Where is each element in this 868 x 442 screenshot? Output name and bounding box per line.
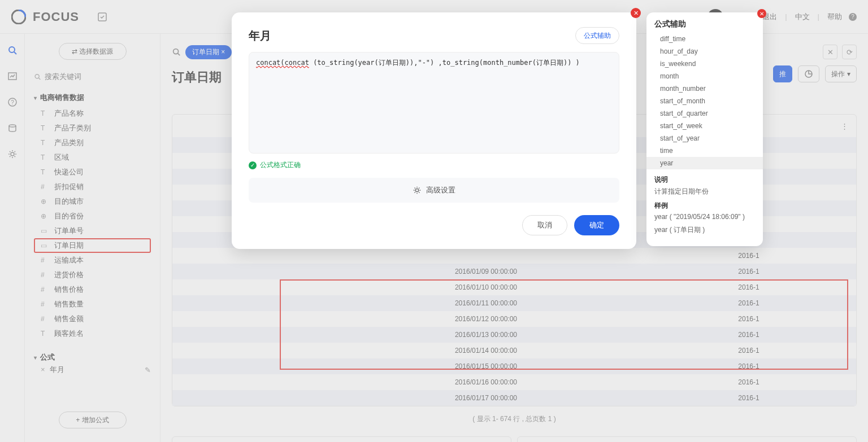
- fn-item[interactable]: start_of_month: [646, 95, 763, 107]
- desc-label: 说明: [654, 175, 755, 185]
- fn-item[interactable]: month: [646, 70, 763, 82]
- fn-item[interactable]: diff_time: [646, 34, 763, 45]
- sample-1: year ( "2019/05/24 18:06:09" ): [654, 213, 755, 221]
- sample-label: 样例: [654, 201, 755, 211]
- fn-item[interactable]: is_weekend: [646, 58, 763, 70]
- formula-input[interactable]: concat(concat (to_string(year(订单日期)),"-"…: [249, 52, 619, 154]
- fn-item[interactable]: start_of_year: [646, 132, 763, 145]
- sample-2: year ( 订单日期 ): [654, 225, 755, 235]
- helper-title: 公式辅助: [646, 19, 763, 34]
- fn-item[interactable]: start_of_quarter: [646, 107, 763, 120]
- svg-point-14: [415, 189, 418, 191]
- formula-helper-panel: ✕ 公式辅助 diff_daysdiff_timehour_of_dayis_w…: [646, 12, 763, 246]
- fn-item[interactable]: hour_of_day: [646, 45, 763, 58]
- advanced-settings-button[interactable]: 高级设置: [249, 178, 619, 203]
- valid-message: ✓公式格式正确: [249, 160, 619, 170]
- desc-text: 计算指定日期年份: [654, 187, 755, 196]
- formula-modal: ✕ 年月 公式辅助 concat(concat (to_string(year(…: [232, 12, 636, 249]
- ok-button[interactable]: 确定: [574, 215, 619, 235]
- fn-item[interactable]: month_number: [646, 82, 763, 95]
- close-icon[interactable]: ✕: [631, 8, 641, 18]
- helper-close-icon[interactable]: ✕: [757, 9, 766, 18]
- fn-item[interactable]: time: [646, 145, 763, 157]
- modal-title: 年月: [249, 28, 271, 43]
- formula-assist-button[interactable]: 公式辅助: [575, 27, 619, 44]
- fn-item[interactable]: year: [646, 157, 763, 169]
- cancel-button[interactable]: 取消: [522, 215, 567, 235]
- fn-item[interactable]: start_of_week: [646, 120, 763, 132]
